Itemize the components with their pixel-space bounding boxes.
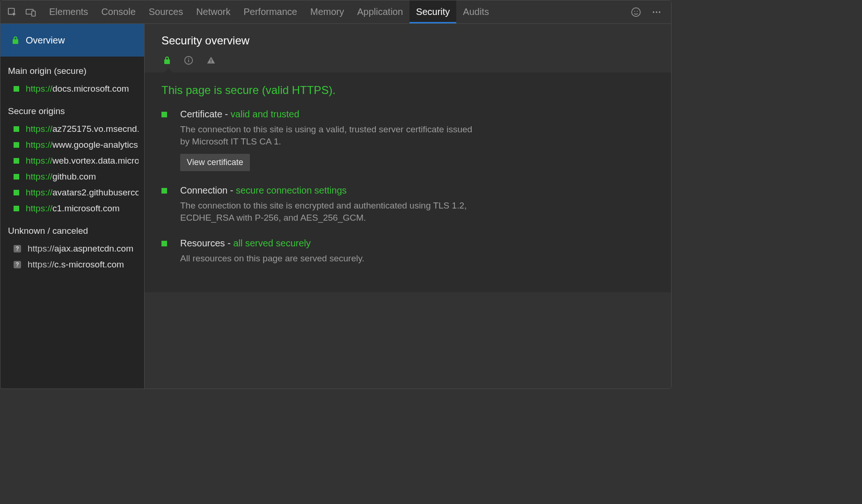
tab-application[interactable]: Application [351, 0, 409, 23]
svg-rect-13 [211, 62, 212, 63]
security-details: This page is secure (valid HTTPS). Certi… [145, 72, 671, 292]
unknown-origin-item[interactable]: ?https://c.s-microsoft.com [0, 257, 144, 273]
secure-origin-item[interactable]: https://avatars2.githubusercon [0, 185, 144, 201]
secure-origin-item[interactable]: https://web.vortex.data.micros [0, 153, 144, 169]
section-heading: Resources - all served securely [180, 238, 480, 249]
section-description: All resources on this page are served se… [180, 252, 480, 265]
secure-origin-item[interactable]: https://github.com [0, 169, 144, 185]
origin-url: https://avatars2.githubusercon [26, 187, 139, 198]
tab-performance[interactable]: Performance [237, 0, 304, 23]
lock-icon[interactable] [163, 56, 171, 65]
svg-rect-12 [211, 59, 212, 62]
origin-url: https://ajax.aspnetcdn.com [28, 244, 133, 254]
svg-point-3 [632, 7, 640, 16]
svg-point-6 [653, 11, 654, 13]
sidebar-item-overview[interactable]: Overview [0, 24, 144, 57]
security-status-icons [161, 47, 654, 72]
secure-indicator-icon [161, 188, 167, 194]
sidebar-section-main-origin: Main origin (secure) [0, 57, 144, 81]
unknown-origin-item[interactable]: ?https://ajax.aspnetcdn.com [0, 241, 144, 257]
svg-point-8 [659, 11, 660, 13]
section-description: The connection to this site is encrypted… [180, 200, 480, 223]
secure-indicator-icon [14, 86, 19, 92]
sidebar-overview-label: Overview [26, 35, 65, 46]
svg-point-4 [634, 11, 635, 12]
secure-indicator-icon [14, 174, 19, 180]
device-toolbar-icon[interactable] [25, 6, 37, 18]
unknown-indicator-icon: ? [14, 261, 21, 268]
tab-memory[interactable]: Memory [304, 0, 351, 23]
main-origin-item[interactable]: https://docs.microsoft.com [0, 81, 144, 97]
svg-point-11 [188, 58, 189, 59]
svg-point-5 [637, 11, 638, 12]
tab-sources[interactable]: Sources [142, 0, 190, 23]
svg-rect-2 [32, 11, 36, 16]
secure-origin-item[interactable]: https://c1.microsoft.com [0, 201, 144, 216]
section-heading: Certificate - valid and trusted [180, 109, 480, 120]
view-certificate-button[interactable]: View certificate [180, 154, 250, 171]
svg-point-7 [656, 11, 657, 13]
tab-audits[interactable]: Audits [456, 0, 496, 23]
secure-indicator-icon [14, 190, 19, 195]
page-title: Security overview [161, 34, 654, 47]
security-main: Security overview [145, 24, 671, 389]
secure-origin-item[interactable]: https://az725175.vo.msecnd.n [0, 121, 144, 137]
secure-indicator-icon [14, 206, 19, 211]
secure-origin-item[interactable]: https://www.google-analytics.c [0, 137, 144, 153]
sidebar-section-secure-origins: Secure origins [0, 97, 144, 121]
security-section: Resources - all served securelyAll resou… [161, 238, 654, 265]
secure-indicator-icon [14, 142, 19, 148]
origin-url: https://www.google-analytics.c [26, 140, 139, 150]
info-icon[interactable] [184, 56, 193, 65]
origin-url: https://c1.microsoft.com [26, 203, 120, 214]
inspect-element-icon[interactable] [6, 6, 18, 18]
origin-url: https://github.com [26, 172, 96, 182]
lock-icon [12, 36, 19, 44]
devtools-tabbar: ElementsConsoleSourcesNetworkPerformance… [0, 0, 671, 24]
secure-indicator-icon [161, 112, 167, 117]
security-sidebar: Overview Main origin (secure) https://do… [0, 24, 145, 389]
devtools-window: ElementsConsoleSourcesNetworkPerformance… [0, 0, 672, 389]
security-section: Connection - secure connection settingsT… [161, 185, 654, 223]
unknown-indicator-icon: ? [14, 245, 21, 252]
sidebar-section-unknown: Unknown / canceled [0, 216, 144, 241]
tab-network[interactable]: Network [190, 0, 237, 23]
tab-console[interactable]: Console [95, 0, 142, 23]
secure-indicator-icon [14, 126, 19, 132]
security-section: Certificate - valid and trustedThe conne… [161, 109, 654, 171]
security-headline: This page is secure (valid HTTPS). [161, 84, 654, 109]
secure-indicator-icon [14, 158, 19, 164]
section-description: The connection to this site is using a v… [180, 123, 480, 147]
origin-url: https://web.vortex.data.micros [26, 156, 139, 166]
secure-indicator-icon [161, 241, 167, 246]
origin-url: https://c.s-microsoft.com [28, 259, 124, 270]
tab-security[interactable]: Security [409, 0, 456, 23]
origin-url: https://az725175.vo.msecnd.n [26, 124, 139, 134]
warning-icon[interactable] [206, 56, 216, 65]
more-options-icon[interactable] [650, 6, 663, 18]
section-heading: Connection - secure connection settings [180, 185, 480, 196]
origin-url: https://docs.microsoft.com [26, 84, 129, 94]
panel-tabs: ElementsConsoleSourcesNetworkPerformance… [43, 0, 496, 23]
tab-elements[interactable]: Elements [43, 0, 95, 23]
feedback-smile-icon[interactable] [630, 6, 642, 18]
active-pointer [164, 68, 173, 73]
